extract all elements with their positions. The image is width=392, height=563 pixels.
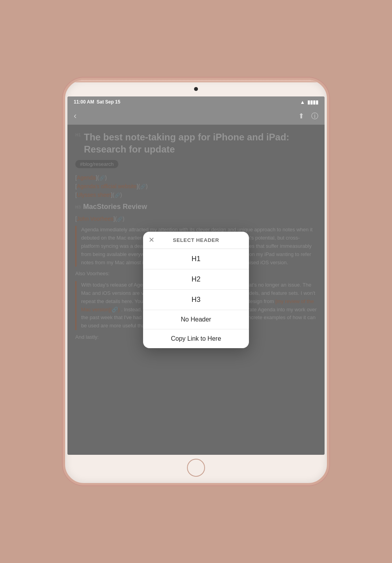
back-button[interactable]: ‹ [74, 112, 76, 120]
battery-icon: ▮▮▮▮ [307, 99, 318, 105]
status-bar-right: ▲ ▮▮▮▮ [300, 99, 318, 105]
modal-item-h2[interactable]: H2 [143, 269, 249, 290]
select-header-modal: ✕ SELECT HEADER H1 H2 H3 No Header [143, 232, 249, 348]
wifi-icon: ▲ [300, 99, 305, 105]
modal-item-h1[interactable]: H1 [143, 249, 249, 269]
nav-bar: ‹ ⬆ ⓘ [67, 107, 325, 125]
date-display: Sat Sep 15 [96, 99, 120, 105]
share-icon[interactable]: ⬆ [298, 112, 304, 120]
modal-item-copy-link[interactable]: Copy Link to Here [143, 329, 249, 348]
info-icon[interactable]: ⓘ [311, 111, 318, 121]
modal-close-button[interactable]: ✕ [149, 236, 154, 243]
modal-header: ✕ SELECT HEADER [143, 232, 249, 249]
status-bar: 11:00 AM Sat Sep 15 ▲ ▮▮▮▮ [67, 96, 325, 107]
modal-item-no-header[interactable]: No Header [143, 310, 249, 329]
screen: 11:00 AM Sat Sep 15 ▲ ▮▮▮▮ ‹ ⬆ ⓘ H1 The … [67, 96, 325, 455]
modal-item-h3[interactable]: H3 [143, 290, 249, 310]
camera [194, 87, 198, 91]
device-frame: 11:00 AM Sat Sep 15 ▲ ▮▮▮▮ ‹ ⬆ ⓘ H1 The … [63, 78, 329, 485]
home-button[interactable] [187, 459, 205, 477]
modal-title: SELECT HEADER [173, 237, 219, 243]
nav-right-icons: ⬆ ⓘ [298, 111, 318, 121]
content-area: H1 The best note-taking app for iPhone a… [67, 125, 325, 455]
time-display: 11:00 AM [74, 99, 94, 105]
modal-overlay: ✕ SELECT HEADER H1 H2 H3 No Header [67, 125, 325, 455]
status-bar-left: 11:00 AM Sat Sep 15 [74, 99, 120, 105]
